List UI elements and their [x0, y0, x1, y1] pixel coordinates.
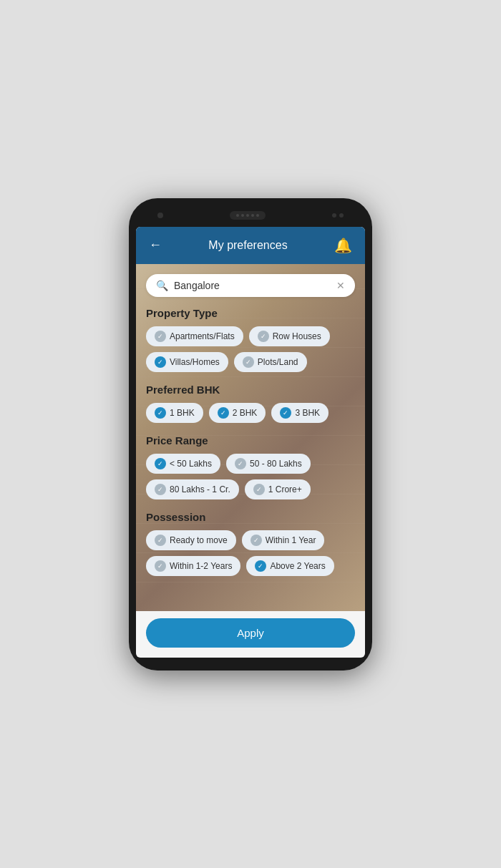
- sections-container: Property Type✓Apartments/Flats✓Row House…: [146, 307, 355, 576]
- check-icon: ✓: [253, 484, 265, 495]
- chip-label: Row Houses: [273, 331, 321, 341]
- chip-price-range-3[interactable]: ✓1 Crore+: [245, 479, 311, 499]
- check-icon: ✓: [155, 356, 166, 368]
- check-icon: ✓: [155, 484, 166, 495]
- chip-price-range-2[interactable]: ✓80 Lakhs - 1 Cr.: [146, 479, 239, 499]
- screen-content: 🔍 Bangalore ✕ Property Type✓Apartments/F…: [136, 264, 365, 611]
- check-icon: ✓: [155, 331, 166, 342]
- chip-label: 3 BHK: [295, 408, 320, 418]
- check-icon: ✓: [218, 407, 229, 419]
- chip-label: Within 1 Year: [266, 535, 316, 545]
- app-header: ← My preferences 🔔: [136, 227, 365, 264]
- chip-possession-3[interactable]: ✓Above 2 Years: [246, 556, 334, 576]
- chips-row-possession: ✓Ready to move✓Within 1 Year✓Within 1-2 …: [146, 530, 355, 576]
- search-icon: 🔍: [156, 280, 168, 291]
- sensors: [332, 213, 344, 218]
- section-title-preferred-bhk: Preferred BHK: [146, 384, 355, 396]
- chip-label: Villas/Homes: [170, 357, 220, 367]
- back-button[interactable]: ←: [149, 238, 162, 253]
- chip-property-type-3[interactable]: ✓Plots/Land: [234, 352, 307, 372]
- phone-screen: ← My preferences 🔔 🔍 Bangalore ✕ Propert…: [136, 227, 365, 658]
- check-icon: ✓: [235, 458, 246, 469]
- chip-label: Plots/Land: [258, 357, 298, 367]
- chip-label: Ready to move: [170, 535, 228, 545]
- phone-device: ← My preferences 🔔 🔍 Bangalore ✕ Propert…: [129, 198, 372, 670]
- chip-possession-1[interactable]: ✓Within 1 Year: [242, 530, 325, 550]
- chip-possession-0[interactable]: ✓Ready to move: [146, 530, 236, 550]
- speaker-grill: [230, 211, 266, 220]
- chip-property-type-0[interactable]: ✓Apartments/Flats: [146, 326, 243, 346]
- check-icon: ✓: [155, 535, 166, 546]
- page-title: My preferences: [208, 239, 287, 252]
- chip-label: 80 Lakhs - 1 Cr.: [170, 484, 230, 494]
- chip-price-range-1[interactable]: ✓50 - 80 Lakhs: [226, 454, 311, 474]
- check-icon: ✓: [155, 560, 166, 572]
- section-title-property-type: Property Type: [146, 307, 355, 319]
- check-icon: ✓: [255, 560, 266, 572]
- chip-label: 1 BHK: [170, 408, 195, 418]
- search-bar[interactable]: 🔍 Bangalore ✕: [146, 274, 355, 297]
- apply-button[interactable]: Apply: [146, 618, 355, 648]
- chip-label: Within 1-2 Years: [170, 561, 232, 571]
- chip-label: 50 - 80 Lakhs: [250, 459, 302, 469]
- section-price-range: Price Range✓< 50 Lakhs✓50 - 80 Lakhs✓80 …: [146, 434, 355, 499]
- chip-label: Above 2 Years: [270, 561, 325, 571]
- check-icon: ✓: [280, 407, 291, 419]
- chip-preferred-bhk-1[interactable]: ✓2 BHK: [209, 403, 266, 423]
- check-icon: ✓: [243, 356, 254, 368]
- section-preferred-bhk: Preferred BHK✓1 BHK✓2 BHK✓3 BHK: [146, 384, 355, 423]
- chip-property-type-2[interactable]: ✓Villas/Homes: [146, 352, 228, 372]
- chip-label: 1 Crore+: [268, 484, 302, 494]
- clear-search-button[interactable]: ✕: [336, 280, 345, 291]
- chip-price-range-0[interactable]: ✓< 50 Lakhs: [146, 454, 220, 474]
- chips-row-preferred-bhk: ✓1 BHK✓2 BHK✓3 BHK: [146, 403, 355, 423]
- chip-label: Apartments/Flats: [170, 331, 235, 341]
- chips-row-price-range: ✓< 50 Lakhs✓50 - 80 Lakhs✓80 Lakhs - 1 C…: [146, 454, 355, 499]
- chip-possession-2[interactable]: ✓Within 1-2 Years: [146, 556, 240, 576]
- chip-preferred-bhk-0[interactable]: ✓1 BHK: [146, 403, 203, 423]
- check-icon: ✓: [258, 331, 269, 342]
- section-title-price-range: Price Range: [146, 434, 355, 447]
- notification-icon[interactable]: 🔔: [334, 237, 352, 254]
- chip-property-type-1[interactable]: ✓Row Houses: [249, 326, 330, 346]
- bottom-button-area: Apply: [136, 611, 365, 658]
- chip-label: 2 BHK: [233, 408, 258, 418]
- content-inner: 🔍 Bangalore ✕ Property Type✓Apartments/F…: [136, 264, 365, 598]
- check-icon: ✓: [250, 535, 262, 546]
- phone-top-bar: [136, 211, 365, 227]
- camera-dot: [157, 213, 163, 218]
- section-property-type: Property Type✓Apartments/Flats✓Row House…: [146, 307, 355, 372]
- chip-label: < 50 Lakhs: [170, 459, 212, 469]
- section-possession: Possession✓Ready to move✓Within 1 Year✓W…: [146, 511, 355, 576]
- check-icon: ✓: [155, 407, 166, 419]
- check-icon: ✓: [155, 458, 166, 469]
- search-value: Bangalore: [174, 280, 336, 291]
- section-title-possession: Possession: [146, 511, 355, 523]
- chips-row-property-type: ✓Apartments/Flats✓Row Houses✓Villas/Home…: [146, 326, 355, 372]
- chip-preferred-bhk-2[interactable]: ✓3 BHK: [271, 403, 329, 423]
